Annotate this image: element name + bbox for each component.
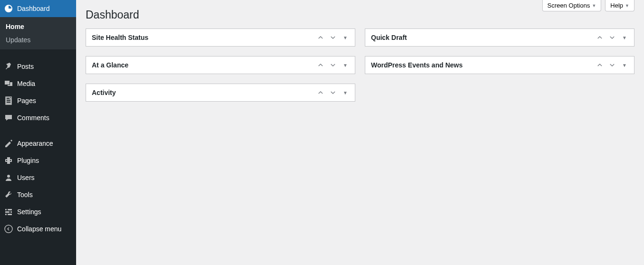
toggle-button[interactable]: ▼ [342,34,349,41]
svg-point-4 [7,209,8,210]
sidebar-item-pages[interactable]: Pages [0,92,76,109]
main-content: Screen Options ▼ Help ▼ Dashboard Site H… [76,0,644,265]
pin-icon [4,62,13,71]
caret-down-icon: ▼ [625,3,629,8]
dashboard-column-right: Quick Draft ▼ WordPress Events and News [365,28,634,102]
metabox-controls: ▼ [596,61,628,69]
metabox-title: At a Glance [92,61,317,69]
caret-down-icon: ▼ [592,3,596,8]
users-icon [4,173,13,182]
move-down-button[interactable] [329,34,337,41]
metabox-header[interactable]: At a Glance ▼ [86,57,355,74]
caret-down-icon: ▼ [343,90,348,95]
screen-options-button[interactable]: Screen Options ▼ [542,0,602,11]
svg-point-6 [7,214,8,215]
metabox-title: WordPress Events and News [371,61,596,69]
metabox-site-health: Site Health Status ▼ [86,28,355,47]
help-label: Help [610,2,623,9]
metabox-at-a-glance: At a Glance ▼ [86,56,355,74]
sidebar-submenu-dashboard: Home Updates [0,17,76,49]
toggle-button[interactable]: ▼ [621,61,628,69]
move-up-button[interactable] [317,89,324,96]
svg-point-7 [5,225,12,233]
dashboard-widgets: Site Health Status ▼ At a Glance [86,28,634,102]
sidebar-item-label: Media [17,80,35,87]
sidebar-item-plugins[interactable]: Plugins [0,152,76,169]
screen-meta-links: Screen Options ▼ Help ▼ [542,0,634,11]
toggle-button[interactable]: ▼ [342,89,349,96]
svg-rect-3 [5,214,12,215]
sidebar-item-label: Comments [17,114,49,122]
caret-down-icon: ▼ [343,35,348,40]
sidebar-item-users[interactable]: Users [0,169,76,186]
svg-rect-2 [5,211,12,213]
metabox-header[interactable]: Activity ▼ [86,84,355,101]
sidebar-item-label: Appearance [17,140,53,147]
sidebar-subitem-updates[interactable]: Updates [0,33,76,47]
sidebar-item-posts[interactable]: Posts [0,58,76,75]
dashboard-column-left: Site Health Status ▼ At a Glance [86,28,355,102]
dashboard-icon [4,4,13,13]
sidebar-item-label: Settings [17,208,41,216]
metabox-title: Quick Draft [371,34,596,41]
admin-sidebar: Dashboard Home Updates Posts Media [0,0,76,265]
tools-icon [4,190,13,199]
move-up-button[interactable] [317,34,324,41]
caret-down-icon: ▼ [622,63,627,68]
move-down-button[interactable] [608,61,616,69]
sidebar-item-media[interactable]: Media [0,75,76,92]
sidebar-item-label: Posts [17,63,34,70]
toggle-button[interactable]: ▼ [342,61,349,69]
metabox-controls: ▼ [596,34,628,41]
metabox-header[interactable]: Site Health Status ▼ [86,29,355,46]
svg-point-5 [10,211,11,213]
sidebar-item-comments[interactable]: Comments [0,109,76,126]
metabox-header[interactable]: WordPress Events and News ▼ [365,57,634,74]
pages-icon [4,96,13,105]
caret-down-icon: ▼ [343,63,348,68]
metabox-activity: Activity ▼ [86,84,355,102]
metabox-wordpress-events: WordPress Events and News ▼ [365,56,634,74]
metabox-controls: ▼ [317,89,349,96]
move-up-button[interactable] [596,34,604,41]
sidebar-item-label: Dashboard [17,5,50,12]
metabox-title: Activity [92,89,317,96]
media-icon [4,79,13,88]
caret-down-icon: ▼ [622,35,627,40]
sidebar-item-settings[interactable]: Settings [0,203,76,220]
svg-point-0 [7,175,10,178]
sidebar-item-dashboard[interactable]: Dashboard [0,0,76,17]
help-button[interactable]: Help ▼ [605,0,634,11]
sidebar-subitem-home[interactable]: Home [0,20,76,33]
sidebar-item-label: Tools [17,191,33,199]
move-down-button[interactable] [329,89,337,96]
settings-icon [4,207,13,217]
sidebar-item-label: Plugins [17,157,39,164]
sidebar-item-collapse[interactable]: Collapse menu [0,220,76,237]
plugins-icon [4,156,13,165]
metabox-title: Site Health Status [92,34,317,41]
sidebar-separator [0,49,76,58]
metabox-controls: ▼ [317,34,349,41]
sidebar-item-appearance[interactable]: Appearance [0,135,76,152]
sidebar-item-label: Collapse menu [17,225,61,233]
svg-rect-1 [5,209,12,210]
sidebar-item-tools[interactable]: Tools [0,186,76,203]
metabox-controls: ▼ [317,61,349,69]
appearance-icon [4,139,13,148]
move-down-button[interactable] [329,61,337,69]
comments-icon [4,113,13,123]
metabox-quick-draft: Quick Draft ▼ [365,28,634,47]
move-up-button[interactable] [596,61,604,69]
collapse-icon [4,224,13,234]
sidebar-item-label: Pages [17,97,36,104]
move-down-button[interactable] [608,34,616,41]
sidebar-separator [0,126,76,135]
sidebar-item-label: Users [17,174,35,181]
metabox-header[interactable]: Quick Draft ▼ [365,29,634,46]
toggle-button[interactable]: ▼ [621,34,628,41]
screen-options-label: Screen Options [547,2,590,9]
move-up-button[interactable] [317,61,324,69]
